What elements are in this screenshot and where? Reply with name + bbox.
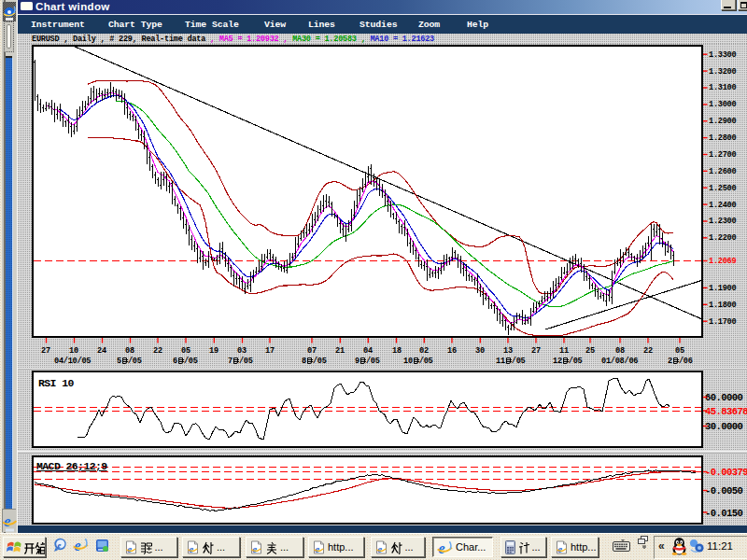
svg-text:e: e bbox=[438, 540, 444, 556]
svg-text:e: e bbox=[377, 543, 382, 554]
svg-text:e: e bbox=[315, 543, 319, 554]
svg-text:e: e bbox=[252, 543, 257, 554]
svg-text:e: e bbox=[557, 543, 562, 554]
svg-text:e: e bbox=[74, 538, 80, 553]
svg-text:e: e bbox=[189, 543, 193, 554]
svg-text:e: e bbox=[57, 540, 61, 550]
svg-text:e: e bbox=[127, 543, 132, 554]
svg-text:e: e bbox=[4, 512, 11, 530]
